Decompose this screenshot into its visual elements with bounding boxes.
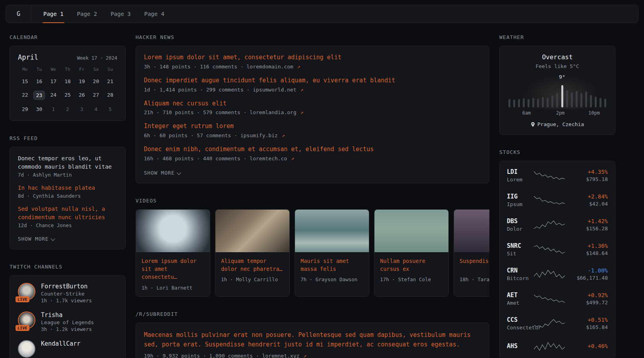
stock-name: Sit bbox=[507, 251, 531, 257]
live-badge: LIVE bbox=[16, 296, 29, 302]
tab-page-4[interactable]: Page 4 bbox=[144, 5, 165, 23]
weather-bar bbox=[537, 99, 539, 107]
weather-bar bbox=[523, 98, 525, 107]
stock-row[interactable]: SNRC Sit +1.36% $148.64 bbox=[507, 237, 608, 262]
external-link-icon: ↗ bbox=[300, 87, 303, 93]
stock-id: CRN Bitcorn bbox=[507, 267, 531, 281]
video-title-link[interactable]: Lorem ipsum dolor sit amet consectetu… bbox=[142, 257, 204, 281]
video-title-link[interactable]: Mauris sit amet massa felis bbox=[301, 257, 363, 273]
video-card-body: Suspendis diam 18h · Tara bbox=[454, 252, 489, 288]
hn-meta-text: 6h · 60 points · 57 comments · ipsumify.… bbox=[144, 132, 278, 138]
calendar-day-next-month: 1 bbox=[46, 105, 60, 113]
hn-item: Aliquam nec cursus elit 21h · 710 points… bbox=[144, 99, 481, 116]
app-logo[interactable]: G bbox=[6, 5, 31, 23]
rss-item-link[interactable]: In hac habitasse platea bbox=[18, 184, 117, 192]
calendar-day-label: 4 bbox=[92, 105, 100, 113]
video-thumbnail bbox=[136, 210, 210, 252]
calendar-day-label: 26 bbox=[76, 91, 87, 99]
hn-item-link[interactable]: Donec enim nibh, condimentum et accumsan… bbox=[144, 145, 481, 154]
stock-row[interactable]: DBS Dolor +1.42% $156.28 bbox=[507, 212, 608, 237]
twitch-channel[interactable]: KendallCarr bbox=[18, 340, 117, 358]
external-link-icon: ↗ bbox=[297, 64, 301, 70]
video-title-link[interactable]: Nullam posuere cursus ex bbox=[380, 257, 443, 273]
video-title-link[interactable]: Aliquam tempor dolor nec pharetra… bbox=[221, 257, 284, 273]
location-pin-icon bbox=[531, 122, 535, 127]
hn-item-link[interactable]: Lorem ipsum dolor sit amet, consectetur … bbox=[144, 53, 481, 62]
stocks-widget: STOCKS LDI Lorem +4.35% $795.18 IIG bbox=[499, 149, 615, 358]
stock-ticker: SNRC bbox=[507, 242, 531, 249]
rss-item-meta: 8d · Cynthia Saunders bbox=[18, 193, 117, 199]
calendar-day-label: 5 bbox=[106, 105, 114, 113]
stock-values: +4.35% $795.18 bbox=[568, 169, 608, 182]
stock-change: +0.51% bbox=[568, 317, 608, 323]
rss-show-more-button[interactable]: SHOW MORE bbox=[18, 236, 55, 242]
video-meta: 18h · Tara bbox=[460, 276, 489, 282]
weather-bar bbox=[585, 91, 587, 107]
stock-row[interactable]: CCS Consectetur +0.51% $165.84 bbox=[507, 311, 608, 336]
stock-sparkline bbox=[534, 268, 565, 280]
video-card[interactable]: Mauris sit amet massa felis 7h · Grayson… bbox=[295, 209, 369, 297]
weather-bar bbox=[595, 97, 597, 107]
weather-bar bbox=[556, 93, 558, 107]
calendar-month: April bbox=[18, 53, 38, 61]
subreddit-post-link[interactable]: Maecenas mollis pulvinar erat non posuer… bbox=[144, 330, 481, 350]
weather-bar-chart bbox=[508, 84, 606, 107]
stock-row[interactable]: AET Amet +0.92% $499.72 bbox=[507, 286, 608, 311]
weather-bar bbox=[547, 98, 549, 107]
videos-row: Lorem ipsum dolor sit amet consectetu… 1… bbox=[136, 209, 489, 297]
calendar-day: 29 bbox=[18, 105, 32, 113]
calendar-day: 26 bbox=[75, 91, 89, 100]
calendar-day-label: 16 bbox=[34, 77, 45, 86]
hn-item-link[interactable]: Integer eget rutrum lorem bbox=[144, 122, 481, 131]
tab-page-1[interactable]: Page 1 bbox=[43, 5, 64, 23]
hn-show-more-button[interactable]: SHOW MORE bbox=[144, 170, 181, 176]
calendar-day-label: 21 bbox=[105, 77, 116, 86]
rss-widget: RSS FEED Donec tempor eros leo, ut commo… bbox=[10, 135, 126, 249]
video-card[interactable]: Aliquam tempor dolor nec pharetra… 1h · … bbox=[215, 209, 290, 297]
rss-card: Donec tempor eros leo, ut commodo mauris… bbox=[10, 147, 126, 249]
rss-item-meta: 12d · Chance Jones bbox=[18, 222, 117, 228]
calendar-day-next-month: 2 bbox=[60, 105, 75, 113]
twitch-channel-meta: 3h · 1.2k viewers bbox=[41, 326, 94, 332]
tab-page-2[interactable]: Page 2 bbox=[76, 5, 98, 23]
tab-page-3[interactable]: Page 3 bbox=[110, 5, 132, 23]
twitch-channel-name: KendallCarr bbox=[41, 340, 80, 347]
video-thumbnail bbox=[454, 210, 489, 252]
twitch-channel[interactable]: LIVE Trisha League of Legends 3h · 1.2k … bbox=[18, 311, 117, 332]
video-meta: 17h · Stefan Cole bbox=[380, 276, 443, 282]
hn-item-link[interactable]: Aliquam nec cursus elit bbox=[144, 99, 481, 108]
twitch-channel-category: Counter-Strike bbox=[41, 291, 92, 297]
twitch-channel[interactable]: LIVE ForrestBurton Counter-Strike 1h · 1… bbox=[18, 283, 117, 304]
rss-item-link[interactable]: Sed volutpat nulla nisl, a condimentum n… bbox=[18, 205, 117, 222]
stock-row[interactable]: LDI Lorem +4.35% $795.18 bbox=[507, 163, 608, 188]
stock-values: -1.00% $66,171.48 bbox=[568, 267, 608, 281]
hn-item-link[interactable]: Donec imperdiet augue tincidunt felis al… bbox=[144, 76, 481, 85]
weather-axis-label: 2pm bbox=[556, 110, 565, 116]
calendar-dow: Su bbox=[103, 67, 117, 72]
stock-row[interactable]: CRN Bitcorn -1.00% $66,171.48 bbox=[507, 262, 608, 286]
calendar-day-label: 30 bbox=[34, 105, 45, 113]
video-title-link[interactable]: Suspendis diam bbox=[460, 257, 489, 273]
rss-item-link[interactable]: Donec tempor eros leo, ut commodo mauris… bbox=[18, 154, 117, 171]
calendar-day: 22 bbox=[18, 91, 32, 100]
video-card-body: Mauris sit amet massa felis 7h · Grayson… bbox=[295, 252, 369, 288]
video-card[interactable]: Nullam posuere cursus ex 17h · Stefan Co… bbox=[374, 209, 449, 297]
stock-price: $795.18 bbox=[568, 176, 608, 182]
stock-row[interactable]: AHS +0.46% bbox=[507, 336, 608, 357]
stock-row[interactable]: IIG Ipsum +2.84% $42.04 bbox=[507, 188, 608, 212]
subreddit-card: Maecenas mollis pulvinar erat non posuer… bbox=[136, 323, 489, 358]
weather-condition: Overcast bbox=[508, 53, 607, 61]
right-column: WEATHER Overcast Feels like 5°C 9° 6am 2… bbox=[499, 34, 615, 358]
hn-meta-text: 16h · 468 points · 440 comments · loremt… bbox=[144, 156, 287, 161]
external-link-icon: ↗ bbox=[291, 156, 294, 161]
rss-item: Donec tempor eros leo, ut commodo mauris… bbox=[18, 154, 117, 178]
calendar-widget: CALENDAR April Week 17 · 2024 Mo Tu We T… bbox=[10, 34, 126, 121]
calendar-day-label: 27 bbox=[91, 91, 102, 99]
video-card[interactable]: Suspendis diam 18h · Tara bbox=[454, 209, 489, 297]
calendar-day-next-month: 5 bbox=[103, 105, 117, 113]
live-badge: LIVE bbox=[16, 325, 29, 331]
stock-price: $156.28 bbox=[568, 226, 608, 232]
video-card[interactable]: Lorem ipsum dolor sit amet consectetu… 1… bbox=[136, 209, 210, 297]
twitch-channel-info: KendallCarr bbox=[41, 340, 80, 358]
video-thumbnail bbox=[374, 210, 448, 252]
